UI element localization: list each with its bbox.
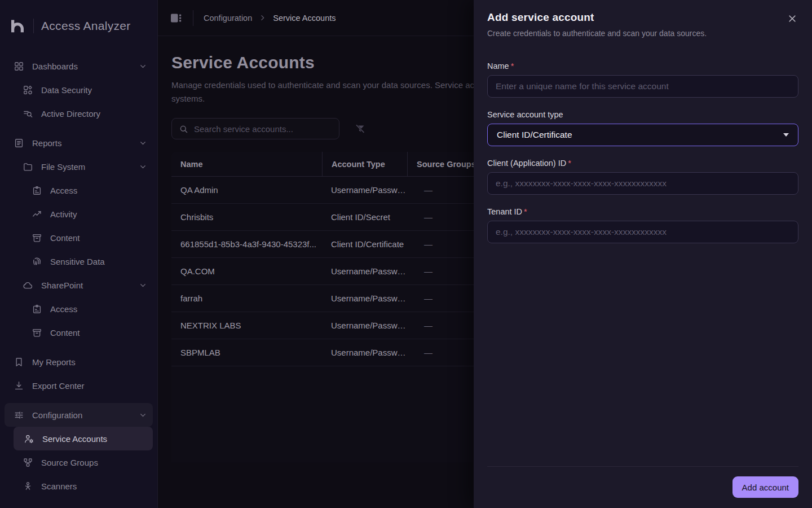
tenant-id-field: Tenant ID* xyxy=(487,207,798,243)
add-service-account-drawer: Add service account Create credentials t… xyxy=(474,0,812,508)
close-icon xyxy=(787,14,797,24)
cell-name: NEXTRIX LABS xyxy=(171,321,322,330)
name-field: Name* xyxy=(487,62,798,98)
chevron-down-icon xyxy=(139,281,147,290)
drawer-form: Name*Service account typeClient ID/Certi… xyxy=(474,62,812,243)
chevron-right-icon xyxy=(259,14,266,21)
nav-section-gap xyxy=(5,125,153,131)
user-gear-icon xyxy=(24,433,34,444)
name-input[interactable] xyxy=(487,75,798,98)
cell-name: farrah xyxy=(171,294,322,303)
nav-section-gap xyxy=(5,344,153,350)
sliders-icon xyxy=(14,410,24,421)
cell-name: QA Admin xyxy=(171,185,322,195)
service-account-type-field: Service account typeClient ID/Certificat… xyxy=(487,110,798,146)
cell-name: Chrisbits xyxy=(171,212,322,222)
sidebar-item-label: Activity xyxy=(50,209,77,219)
chevron-down-icon xyxy=(139,139,147,147)
field-label: Service account type xyxy=(487,110,798,119)
sidebar-item-label: Service Accounts xyxy=(42,434,107,444)
sidebar: Access Analyzer DashboardsData SecurityA… xyxy=(0,0,158,508)
sidebar-item-scanners[interactable]: Scanners xyxy=(5,474,153,498)
column-header-account-type: Account Type xyxy=(322,152,407,176)
drawer-subtitle: Create credentials to authenticate and s… xyxy=(487,29,798,38)
sidebar-item-content[interactable]: Content xyxy=(5,321,153,344)
clear-filters-button[interactable] xyxy=(353,122,367,136)
chevron-down-icon xyxy=(139,163,147,171)
chevron-down-icon xyxy=(139,411,147,419)
sidebar-item-label: Access xyxy=(50,304,77,314)
field-label: Tenant ID* xyxy=(487,207,798,216)
sidebar-item-label: Active Directory xyxy=(41,109,100,119)
breadcrumb: Configuration Service Accounts xyxy=(204,14,336,23)
field-label-text: Tenant ID xyxy=(487,207,522,216)
cloud-icon xyxy=(23,280,33,291)
add-account-button[interactable]: Add account xyxy=(732,476,798,498)
field-label-text: Service account type xyxy=(487,110,563,119)
sidebar-item-export-center[interactable]: Export Center xyxy=(5,374,153,397)
search-input[interactable] xyxy=(194,124,332,134)
close-button[interactable] xyxy=(786,12,798,25)
client-application-id-input[interactable] xyxy=(487,172,798,195)
client-application-id-field: Client (Application) ID* xyxy=(487,159,798,195)
sidebar-item-dashboards[interactable]: Dashboards xyxy=(5,54,153,78)
archive-icon xyxy=(32,233,42,243)
sidebar-item-label: My Reports xyxy=(32,357,76,367)
search-icon xyxy=(179,124,188,134)
id-badge-icon xyxy=(32,304,42,314)
tenant-id-input[interactable] xyxy=(487,221,798,243)
sidebar-item-label: Export Center xyxy=(32,381,85,391)
footer-actions: Add account xyxy=(474,467,812,508)
sidebar-item-file-system[interactable]: File System xyxy=(5,155,153,178)
sidebar-item-label: Reports xyxy=(32,138,62,148)
sidebar-item-reports[interactable]: Reports xyxy=(5,131,153,155)
chevron-down-icon xyxy=(139,62,147,71)
cell-name: 661855d1-85b3-4a3f-9430-45323f... xyxy=(171,239,322,249)
required-asterisk: * xyxy=(524,207,527,216)
sidebar-item-access[interactable]: Access xyxy=(5,178,153,202)
sidebar-toggle-button[interactable] xyxy=(167,9,185,27)
sidebar-toggle-icon xyxy=(169,11,183,25)
sidebar-item-service-accounts[interactable]: Service Accounts xyxy=(14,427,153,450)
cell-type: Client ID/Certificate xyxy=(322,239,407,249)
sidebar-item-label: Data Security xyxy=(41,85,92,95)
cell-type: Username/Password xyxy=(322,294,407,303)
caret-down-icon xyxy=(783,133,789,137)
report-icon xyxy=(14,138,24,148)
scanner-person-icon xyxy=(23,481,33,492)
sidebar-item-configuration[interactable]: Configuration xyxy=(5,403,153,427)
breadcrumb-configuration[interactable]: Configuration xyxy=(204,14,252,23)
id-badge-icon xyxy=(32,185,42,196)
directory-search-icon xyxy=(23,108,33,119)
cell-type: Client ID/Secret xyxy=(322,212,407,222)
activity-icon xyxy=(32,209,42,220)
brand-name: Access Analyzer xyxy=(41,19,131,33)
sidebar-item-content[interactable]: Content xyxy=(5,226,153,249)
data-security-icon xyxy=(23,85,33,95)
folder-icon xyxy=(23,161,33,172)
sidebar-item-label: Source Groups xyxy=(41,458,98,467)
cell-type: Username/Password xyxy=(322,266,407,276)
sidebar-item-source-groups[interactable]: Source Groups xyxy=(5,450,153,474)
sidebar-item-label: Scanners xyxy=(41,481,77,491)
cell-type: Username/Password xyxy=(322,348,407,357)
page-subtitle-line2: systems. xyxy=(171,94,205,103)
sidebar-item-data-security[interactable]: Data Security xyxy=(5,78,153,102)
select-value: Client ID/Certificate xyxy=(497,130,572,140)
sidebar-item-my-reports[interactable]: My Reports xyxy=(5,350,153,374)
sidebar-item-sensitive-data[interactable]: Sensitive Data xyxy=(5,249,153,273)
dashboard-icon xyxy=(14,61,24,72)
sidebar-item-label: SharePoint xyxy=(41,281,83,290)
sidebar-nav: DashboardsData SecurityActive DirectoryR… xyxy=(0,50,157,498)
required-asterisk: * xyxy=(511,62,514,71)
service-account-type-select[interactable]: Client ID/Certificate xyxy=(487,124,798,146)
archive-icon xyxy=(32,327,42,338)
sidebar-item-label: Dashboards xyxy=(32,62,78,71)
sidebar-item-sharepoint[interactable]: SharePoint xyxy=(5,273,153,297)
sidebar-item-label: Sensitive Data xyxy=(50,257,105,266)
sidebar-item-access[interactable]: Access xyxy=(5,297,153,321)
drawer-footer: Add account xyxy=(474,466,812,508)
sidebar-item-active-directory[interactable]: Active Directory xyxy=(5,102,153,125)
sidebar-item-activity[interactable]: Activity xyxy=(5,202,153,226)
breadcrumb-service-accounts: Service Accounts xyxy=(273,14,336,23)
